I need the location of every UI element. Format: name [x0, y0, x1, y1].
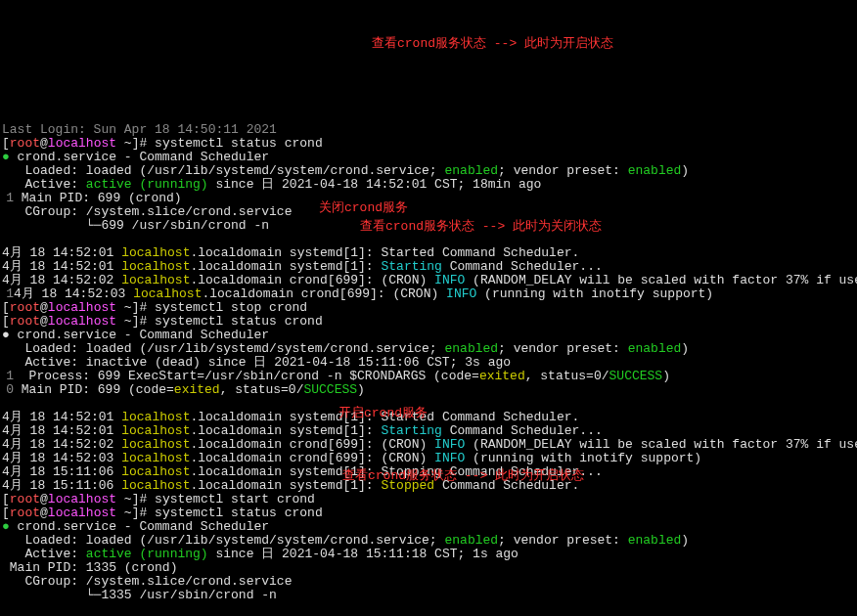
cmd-stop: systemctl stop crond [155, 300, 307, 315]
unit-header-3: crond.service - Command Scheduler [10, 519, 269, 534]
prompt: [root@localhost ~]# [2, 300, 155, 315]
status-dot-active-1: ● [2, 150, 10, 164]
status-dot-active-2: ● [2, 519, 10, 534]
cmd-status-3: systemctl status crond [155, 506, 323, 520]
loaded-enabled-1a: enabled [444, 163, 498, 178]
cmd-status-1: systemctl status crond [155, 136, 323, 151]
gutter: 1 [2, 287, 14, 301]
cmd-status-2: systemctl status crond [155, 314, 323, 329]
main-pid-1: Main PID: 699 (crond) [14, 191, 182, 205]
status-dot-inactive: ● [2, 328, 10, 342]
gutter: 0 [2, 383, 14, 397]
terminal-content: Last Login: Sun Apr 18 14:50:11 2021 [ro… [2, 123, 855, 616]
cmd-start: systemctl start crond [155, 492, 315, 506]
prompt: [root@localhost ~]# [2, 136, 155, 151]
annotation-view-closed: 查看crond服务状态 --> 此时为关闭状态 [360, 220, 602, 234]
main-pid-3: Main PID: 1335 (crond) [2, 560, 177, 575]
gutter: 1 [2, 370, 14, 383]
annotation-close-service: 关闭crond服务 [319, 201, 408, 215]
cgroup-1a: CGroup: /system.slice/crond.service [2, 204, 292, 219]
unit-header-1: crond.service - Command Scheduler [10, 150, 269, 164]
annotation-open-service: 开启crond服务 [338, 407, 428, 420]
active-running-2: active (running) [86, 547, 208, 561]
unit-header-2: crond.service - Command Scheduler [10, 328, 269, 342]
log-started-1: .localdomain systemd[1]: Started Command… [190, 245, 579, 260]
prompt: [root@localhost ~]# [2, 314, 155, 329]
loaded-enabled-1b: enabled [628, 163, 682, 178]
annotation-view-open-1: 查看crond服务状态 --> 此时为开启状态 [372, 37, 613, 51]
prompt: [root@localhost ~]# [2, 492, 155, 506]
active-running-1: active (running) [86, 177, 208, 192]
annotation-view-open-2: 查看crond服务状态 --> 此时为开启状态 [342, 469, 584, 483]
prompt: [root@localhost ~]# [2, 506, 155, 520]
cgroup-1b: └─699 /usr/sbin/crond -n [2, 218, 269, 233]
cgroup-3b: └─1335 /usr/sbin/crond -n [2, 588, 277, 602]
terminal[interactable]: { "gutter": { "one": "1", "zero": "0" },… [0, 27, 857, 616]
gutter: 1 [2, 192, 14, 205]
active-dead: Active: inactive (dead) since 日 2021-04-… [2, 355, 511, 370]
last-login: Last Login: Sun Apr 18 14:50:11 2021 [2, 122, 277, 137]
